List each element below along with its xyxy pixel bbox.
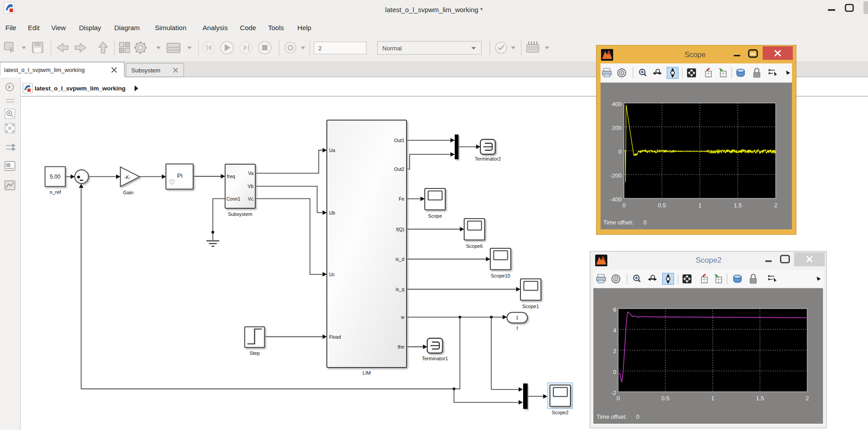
svg-text:Scope2: Scope2 <box>696 256 722 264</box>
svg-text:Scope: Scope <box>428 213 442 219</box>
svg-text:1.5: 1.5 <box>756 395 764 402</box>
svg-text:0: 0 <box>622 202 625 209</box>
svg-text:PI: PI <box>177 173 183 179</box>
svg-text:5.00: 5.00 <box>50 174 61 180</box>
svg-text:Vc: Vc <box>248 196 253 202</box>
svg-text:-200: -200 <box>610 172 622 179</box>
svg-text:Scope6: Scope6 <box>466 243 483 249</box>
svg-text:Out2: Out2 <box>394 166 404 172</box>
svg-text:0: 0 <box>643 219 646 226</box>
svg-text:Time offset:: Time offset: <box>597 413 627 420</box>
svg-text:Step: Step <box>249 350 260 356</box>
svg-text:Ub: Ub <box>329 210 335 215</box>
svg-text:2: 2 <box>805 395 809 402</box>
svg-text:is_q: is_q <box>396 287 404 292</box>
svg-text:Scope2: Scope2 <box>552 410 569 415</box>
svg-text:0.5: 0.5 <box>658 202 666 209</box>
svg-text:Uc: Uc <box>329 272 335 277</box>
svg-text:f: f <box>516 326 518 331</box>
svg-text:freq: freq <box>227 174 235 179</box>
svg-text:0: 0 <box>619 148 622 155</box>
svg-text:1.5: 1.5 <box>734 202 742 209</box>
svg-text:f(Q): f(Q) <box>396 227 404 232</box>
svg-text:Fload: Fload <box>329 334 341 340</box>
svg-text:0: 0 <box>613 369 616 376</box>
svg-text:6: 6 <box>613 306 616 313</box>
svg-text:0: 0 <box>636 413 639 420</box>
svg-text:Gain: Gain <box>123 190 133 195</box>
svg-text:Vb: Vb <box>248 184 253 189</box>
svg-text:Out1: Out1 <box>394 138 404 143</box>
svg-text:Subsystem: Subsystem <box>228 211 252 217</box>
svg-text:1: 1 <box>516 315 519 320</box>
svg-text:-K-: -K- <box>124 175 131 180</box>
svg-text:Conn1: Conn1 <box>226 196 240 202</box>
svg-text:Time offset:: Time offset: <box>603 219 633 226</box>
svg-text:LIM: LIM <box>362 370 371 376</box>
svg-text:-2: -2 <box>611 390 616 396</box>
svg-text:Scope10: Scope10 <box>491 273 510 278</box>
svg-text:Terminator2: Terminator2 <box>475 156 501 161</box>
svg-text:400: 400 <box>612 101 622 108</box>
svg-text:Scope: Scope <box>685 50 706 58</box>
svg-text:the: the <box>398 344 404 349</box>
svg-text:1: 1 <box>698 202 701 209</box>
svg-text:Terminator1: Terminator1 <box>422 356 448 361</box>
svg-text:1: 1 <box>711 395 714 402</box>
svg-text:2: 2 <box>613 348 616 354</box>
svg-text:0: 0 <box>616 395 619 402</box>
svg-text:Scope1: Scope1 <box>522 304 539 309</box>
svg-text:200: 200 <box>612 125 622 131</box>
svg-text:Fe: Fe <box>399 196 404 202</box>
svg-text:-400: -400 <box>610 196 622 203</box>
svg-text:4: 4 <box>613 327 616 334</box>
svg-text:0.5: 0.5 <box>661 395 669 402</box>
svg-text:w: w <box>400 314 404 320</box>
svg-text:Ua: Ua <box>329 148 335 153</box>
svg-text:Va: Va <box>248 170 253 176</box>
svg-text:2: 2 <box>774 202 777 209</box>
svg-text:n_ref: n_ref <box>50 189 61 195</box>
svg-text:is_d: is_d <box>396 256 404 262</box>
